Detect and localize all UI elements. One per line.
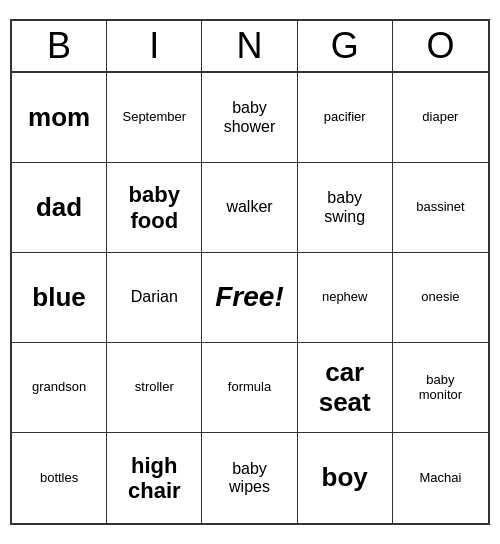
bingo-cell[interactable]: September: [107, 73, 202, 163]
cell-text: Free!: [215, 281, 283, 313]
bingo-cell[interactable]: mom: [12, 73, 107, 163]
bingo-cell[interactable]: pacifier: [298, 73, 393, 163]
cell-text: babyshower: [224, 99, 276, 136]
bingo-cell[interactable]: walker: [202, 163, 297, 253]
bingo-cell[interactable]: highchair: [107, 433, 202, 523]
cell-text: boy: [322, 463, 368, 493]
header-letter: G: [298, 21, 393, 71]
bingo-cell[interactable]: Free!: [202, 253, 297, 343]
cell-text: stroller: [135, 380, 174, 395]
bingo-cell[interactable]: bassinet: [393, 163, 488, 253]
bingo-card: BINGO momSeptemberbabyshowerpacifierdiap…: [10, 19, 490, 525]
cell-text: dad: [36, 193, 82, 223]
cell-text: highchair: [128, 453, 181, 504]
cell-text: formula: [228, 380, 271, 395]
cell-text: Darian: [131, 288, 178, 306]
cell-text: babyfood: [129, 182, 180, 233]
bingo-cell[interactable]: babymonitor: [393, 343, 488, 433]
cell-text: bassinet: [416, 200, 464, 215]
cell-text: blue: [32, 283, 85, 313]
header-letter: I: [107, 21, 202, 71]
bingo-cell[interactable]: grandson: [12, 343, 107, 433]
bingo-header: BINGO: [12, 21, 488, 73]
bingo-cell[interactable]: Machai: [393, 433, 488, 523]
bingo-cell[interactable]: onesie: [393, 253, 488, 343]
cell-text: bottles: [40, 471, 78, 486]
cell-text: babywipes: [229, 460, 270, 497]
header-letter: B: [12, 21, 107, 71]
bingo-cell[interactable]: formula: [202, 343, 297, 433]
cell-text: walker: [226, 198, 272, 216]
bingo-grid: momSeptemberbabyshowerpacifierdiaperdadb…: [12, 73, 488, 523]
cell-text: nephew: [322, 290, 368, 305]
bingo-cell[interactable]: babywipes: [202, 433, 297, 523]
cell-text: September: [122, 110, 186, 125]
cell-text: Machai: [419, 471, 461, 486]
bingo-cell[interactable]: Darian: [107, 253, 202, 343]
bingo-cell[interactable]: babyshower: [202, 73, 297, 163]
cell-text: diaper: [422, 110, 458, 125]
cell-text: pacifier: [324, 110, 366, 125]
header-letter: N: [202, 21, 297, 71]
bingo-cell[interactable]: bottles: [12, 433, 107, 523]
cell-text: grandson: [32, 380, 86, 395]
bingo-cell[interactable]: dad: [12, 163, 107, 253]
cell-text: mom: [28, 103, 90, 133]
bingo-cell[interactable]: diaper: [393, 73, 488, 163]
cell-text: carseat: [319, 358, 371, 418]
cell-text: onesie: [421, 290, 459, 305]
bingo-cell[interactable]: carseat: [298, 343, 393, 433]
bingo-cell[interactable]: nephew: [298, 253, 393, 343]
cell-text: babyswing: [324, 189, 365, 226]
bingo-cell[interactable]: babyfood: [107, 163, 202, 253]
bingo-cell[interactable]: stroller: [107, 343, 202, 433]
header-letter: O: [393, 21, 488, 71]
bingo-cell[interactable]: boy: [298, 433, 393, 523]
bingo-cell[interactable]: blue: [12, 253, 107, 343]
cell-text: babymonitor: [419, 373, 462, 403]
bingo-cell[interactable]: babyswing: [298, 163, 393, 253]
